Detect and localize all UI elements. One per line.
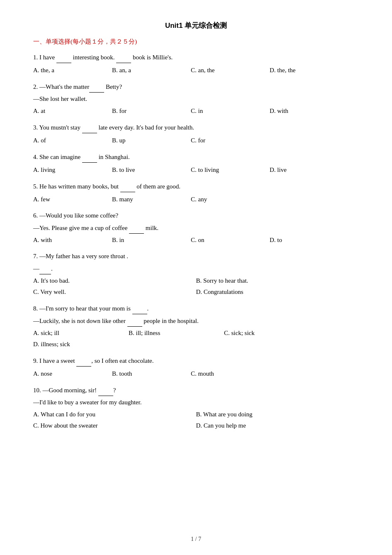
q3-blank — [82, 122, 97, 133]
q6-blank — [129, 222, 144, 234]
q10-dialog2: —I'd like to buy a sweater for my daught… — [33, 397, 359, 408]
q10-optB: B. What are you doing — [196, 409, 359, 420]
q7-optA: A. It's too bad. — [33, 275, 196, 286]
question-4: 4. She can imagine in Shanghai. A. livin… — [33, 151, 359, 176]
q9-optB: B. tooth — [112, 368, 187, 379]
q2-optC: C. in — [191, 105, 265, 117]
q8-optC: C. sick; sick — [224, 328, 315, 339]
q5-optC: C. any — [191, 194, 265, 205]
q3-options: A. of B. up C. for — [33, 135, 359, 146]
q4-options: A. living B. to live C. to living D. liv… — [33, 164, 359, 176]
q2-dialog1: 2. —What's the matter Betty? — [33, 81, 359, 93]
q9-text: 9. I have a sweet , so I often eat choco… — [33, 355, 359, 367]
q4-text: 4. She can imagine in Shanghai. — [33, 151, 359, 163]
question-3: 3. You mustn't stay late every day. It's… — [33, 122, 359, 146]
q10-blank — [98, 384, 113, 396]
q6-optD: D. to — [270, 235, 344, 246]
q6-optC: C. on — [191, 235, 265, 246]
question-9: 9. I have a sweet , so I often eat choco… — [33, 355, 359, 379]
q5-options: A. few B. many C. any — [33, 194, 359, 205]
q9-options: A. nose B. tooth C. mouth — [33, 368, 359, 379]
q3-optB: B. up — [112, 135, 187, 146]
q1-text: 1. I have interesting book. book is Mill… — [33, 51, 359, 63]
q5-optA: A. few — [33, 194, 108, 205]
page-footer: 1 / 7 — [0, 536, 392, 543]
page: Unit1 单元综合检测 一、单项选择(每小题１分，共２５分) 1. I hav… — [0, 0, 392, 555]
q2-optD: D. with — [270, 105, 344, 117]
q1-options: A. the, a B. an, a C. an, the D. the, th… — [33, 65, 359, 76]
q7-optD: D. Congratulations — [196, 286, 359, 298]
q8-blank1 — [132, 303, 147, 314]
q7-dialog2: — . — [33, 263, 359, 274]
q9-blank — [76, 355, 91, 367]
q9-optC: C. mouth — [191, 368, 265, 379]
q1-optD: D. the, the — [270, 65, 344, 76]
question-8: 8. —I'm sorry to hear that your mom is .… — [33, 303, 359, 350]
q8-optB: B. ill; illness — [129, 328, 220, 339]
q7-optC: C. Very well. — [33, 286, 196, 298]
q10-options: A. What can I do for you B. What are you… — [33, 409, 359, 431]
q2-options: A. at B. for C. in D. with — [33, 105, 359, 117]
q6-optB: B. in — [112, 235, 187, 246]
q8-options: A. sick; ill B. ill; illness C. sick; si… — [33, 328, 359, 350]
question-2: 2. —What's the matter Betty? —She lost h… — [33, 81, 359, 117]
page-title: Unit1 单元综合检测 — [33, 21, 359, 30]
q5-blank — [120, 181, 135, 192]
q1-optA: A. the, a — [33, 65, 108, 76]
question-5: 5. He has written many books, but of the… — [33, 181, 359, 205]
q4-optD: D. live — [270, 164, 344, 176]
q8-dialog1: 8. —I'm sorry to hear that your mom is . — [33, 303, 359, 314]
q8-blank2 — [127, 315, 142, 327]
q1-optB: B. an, a — [112, 65, 187, 76]
q2-dialog2: —She lost her wallet. — [33, 93, 359, 105]
q2-optA: A. at — [33, 105, 108, 117]
question-7: 7. —My father has a very sore throat . —… — [33, 251, 359, 298]
q3-optA: A. of — [33, 135, 108, 146]
q6-dialog2: —Yes. Please give me a cup of coffee mil… — [33, 222, 359, 234]
q1-optC: C. an, the — [191, 65, 265, 76]
q6-dialog1: 6. —Would you like some coffee? — [33, 210, 359, 221]
q8-optA: A. sick; ill — [33, 328, 124, 339]
q2-optB: B. for — [112, 105, 187, 117]
q10-optC: C. How about the sweater — [33, 420, 196, 431]
q10-optA: A. What can I do for you — [33, 409, 196, 420]
q2-blank — [89, 81, 104, 93]
q10-dialog1: 10. —Good morning, sir! ? — [33, 384, 359, 396]
q6-optA: A. with — [33, 235, 108, 246]
q3-text: 3. You mustn't stay late every day. It's… — [33, 122, 359, 133]
q8-optD: D. illness; sick — [33, 339, 124, 350]
q4-optA: A. living — [33, 164, 108, 176]
q4-optB: B. to live — [112, 164, 187, 176]
q7-options: A. It's too bad. B. Sorry to hear that. … — [33, 275, 359, 298]
q1-blank1 — [56, 51, 71, 63]
question-10: 10. —Good morning, sir! ? —I'd like to b… — [33, 384, 359, 431]
q1-blank2 — [116, 51, 131, 63]
q6-options: A. with B. in C. on D. to — [33, 235, 359, 246]
q7-optB: B. Sorry to hear that. — [196, 275, 359, 286]
q10-optD: D. Can you help me — [196, 420, 359, 431]
q9-optA: A. nose — [33, 368, 108, 379]
q7-blank — [39, 263, 51, 274]
question-6: 6. —Would you like some coffee? —Yes. Pl… — [33, 210, 359, 246]
q7-dialog1: 7. —My father has a very sore throat . — [33, 251, 359, 262]
q4-blank — [82, 151, 97, 163]
q4-optC: C. to living — [191, 164, 265, 176]
q8-dialog2: —Luckily, she is not down like other peo… — [33, 315, 359, 327]
q5-text: 5. He has written many books, but of the… — [33, 181, 359, 192]
section-header: 一、单项选择(每小题１分，共２５分) — [33, 38, 359, 46]
q3-optC: C. for — [191, 135, 265, 146]
question-1: 1. I have interesting book. book is Mill… — [33, 51, 359, 76]
q5-optB: B. many — [112, 194, 187, 205]
